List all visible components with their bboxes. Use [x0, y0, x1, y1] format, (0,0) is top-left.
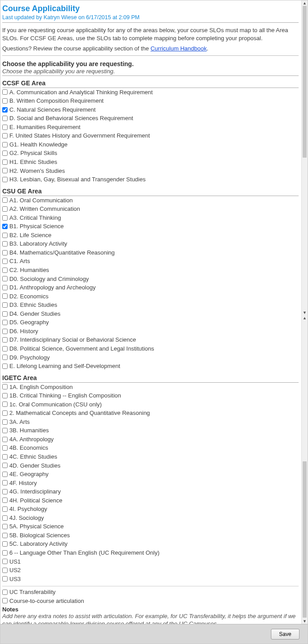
- checkbox-row: A3. Critical Thinking: [2, 213, 299, 222]
- checkbox-input[interactable]: [2, 276, 8, 281]
- checkbox-row: D7. Interdisciplinary Social or Behavior…: [2, 335, 299, 344]
- checkbox-input[interactable]: [2, 268, 8, 273]
- checkbox-row: 4E. Geography: [2, 470, 299, 479]
- checkbox-row: C. Natural Sciences Requirement: [2, 105, 299, 114]
- checkbox-input[interactable]: [2, 541, 8, 547]
- checkbox-input[interactable]: [2, 410, 8, 416]
- checkbox-input[interactable]: [2, 107, 8, 113]
- checkbox-input[interactable]: [2, 142, 8, 147]
- checkbox-input[interactable]: [2, 224, 8, 229]
- checkbox-label: H1. Ethnic Studies: [9, 158, 57, 166]
- checkbox-input[interactable]: [2, 206, 8, 212]
- checkbox-input[interactable]: [2, 337, 8, 343]
- checkbox-input[interactable]: [2, 151, 8, 156]
- checkbox-input[interactable]: [2, 125, 8, 130]
- checkbox-label: 2. Mathematical Concepts and Quantitativ…: [9, 409, 150, 417]
- checkbox-input[interactable]: [2, 506, 8, 512]
- scrollbar-thumb-upper[interactable]: [303, 6, 307, 158]
- checkbox-input[interactable]: [2, 454, 8, 460]
- checkbox-input[interactable]: [2, 472, 8, 477]
- checkbox-label: G1. Health Knowledge: [9, 141, 68, 149]
- checkbox-input[interactable]: [2, 384, 8, 389]
- checkbox-input[interactable]: [2, 116, 8, 121]
- checkbox-label: D1. Anthropology and Archeology: [9, 284, 96, 292]
- checkbox-input[interactable]: [2, 197, 8, 203]
- checkbox-input[interactable]: [2, 437, 8, 442]
- checkbox-input[interactable]: [2, 489, 8, 494]
- checkbox-input[interactable]: [2, 168, 8, 173]
- checkbox-label: 4C. Ethnic Studies: [9, 453, 57, 461]
- checkbox-input[interactable]: [2, 259, 8, 264]
- checkbox-input[interactable]: [2, 550, 8, 556]
- checkbox-row: B. Written Composition Requirement: [2, 96, 299, 105]
- checkbox-row: D1. Anthropology and Archeology: [2, 283, 299, 292]
- checkbox-input[interactable]: [2, 311, 8, 317]
- checkbox-input[interactable]: [2, 159, 8, 165]
- checkbox-input[interactable]: [2, 463, 8, 468]
- checkbox-input[interactable]: [2, 576, 8, 581]
- checkbox-input[interactable]: [2, 524, 8, 529]
- checkbox-input[interactable]: [2, 320, 8, 325]
- checkbox-row: B3. Laboratory Activity: [2, 239, 299, 248]
- scroll-down-icon[interactable]: ▼: [302, 619, 308, 624]
- scroll-down-icon[interactable]: ▼: [302, 310, 308, 315]
- checkbox-input[interactable]: [2, 241, 8, 247]
- checkbox-input[interactable]: [2, 285, 8, 290]
- checkbox-input[interactable]: [2, 329, 8, 334]
- scroll-up-icon[interactable]: ▲: [302, 0, 308, 6]
- checkbox-input[interactable]: [2, 293, 8, 299]
- checkbox-input[interactable]: [2, 215, 8, 221]
- checkbox-input[interactable]: [2, 445, 8, 451]
- checkbox-input[interactable]: [2, 533, 8, 538]
- checkbox-label: D9. Psychology: [9, 354, 50, 362]
- checkbox-row: 4I. Psychology: [2, 505, 299, 514]
- checkbox-label: D8. Political Science, Government and Le…: [9, 345, 154, 353]
- checkbox-input[interactable]: [2, 364, 8, 369]
- checkbox-input[interactable]: [2, 233, 8, 238]
- checkbox-input[interactable]: [2, 590, 8, 595]
- checkbox-input[interactable]: [2, 598, 8, 603]
- checkbox-label: B1. Physical Science: [9, 222, 63, 230]
- scroll-up-icon[interactable]: ▲: [302, 315, 308, 321]
- intro-text-before-link: Questions? Review the course applicabili…: [2, 45, 151, 52]
- checkbox-row: 4H. Political Science: [2, 496, 299, 505]
- vertical-scrollbar[interactable]: ▲ ▼ ▲ ▼: [301, 0, 308, 624]
- window-frame: Course Applicability Last updated by Kat…: [0, 0, 308, 644]
- curriculum-handbook-link[interactable]: Curriculum Handbook: [151, 45, 207, 52]
- footer-bar: Save: [0, 624, 308, 644]
- checkbox-input[interactable]: [2, 428, 8, 433]
- checkbox-input[interactable]: [2, 401, 8, 407]
- checkbox-input[interactable]: [2, 133, 8, 138]
- checkbox-input[interactable]: [2, 302, 8, 308]
- checkbox-row: 1c. Oral Communication (CSU only): [2, 400, 299, 409]
- last-updated: Last updated by Katryn Wiese on 6/17/201…: [2, 14, 299, 23]
- checkbox-label: E. Lifelong Learning and Self-Developmen…: [9, 362, 120, 370]
- checkbox-row: D8. Political Science, Government and Le…: [2, 344, 299, 353]
- checkbox-input[interactable]: [2, 250, 8, 255]
- checkbox-input[interactable]: [2, 498, 8, 503]
- checkbox-row: B4. Mathematics/Quantitative Reasoning: [2, 248, 299, 257]
- checkbox-row: D0. Sociology and Criminology: [2, 275, 299, 284]
- checkbox-input[interactable]: [2, 346, 8, 351]
- checkbox-input[interactable]: [2, 355, 8, 360]
- group-title-ccsf: CCSF GE Area: [2, 78, 299, 88]
- checkbox-input[interactable]: [2, 559, 8, 564]
- scrollbar-thumb-lower[interactable]: [303, 461, 307, 618]
- checkbox-input[interactable]: [2, 568, 8, 573]
- checkbox-row: D4. Gender Studies: [2, 309, 299, 318]
- checkbox-label: A3. Critical Thinking: [9, 214, 61, 222]
- checkbox-input[interactable]: [2, 419, 8, 425]
- checkbox-label: 3A. Arts: [9, 418, 30, 426]
- content-scroll: Course Applicability Last updated by Kat…: [0, 0, 301, 624]
- notes-help: Add here any extra notes to assist with …: [2, 613, 299, 624]
- checkbox-input[interactable]: [2, 89, 8, 95]
- checkbox-label: A. Communication and Analytical Thinking…: [9, 88, 153, 96]
- checkbox-row: 5A. Physical Science: [2, 522, 299, 531]
- checkbox-input[interactable]: [2, 393, 8, 398]
- save-button[interactable]: Save: [271, 629, 300, 640]
- checkbox-input[interactable]: [2, 480, 8, 485]
- checkbox-input[interactable]: [2, 177, 8, 182]
- divider: [2, 55, 299, 56]
- checkbox-input[interactable]: [2, 98, 8, 104]
- checkbox-input[interactable]: [2, 515, 8, 521]
